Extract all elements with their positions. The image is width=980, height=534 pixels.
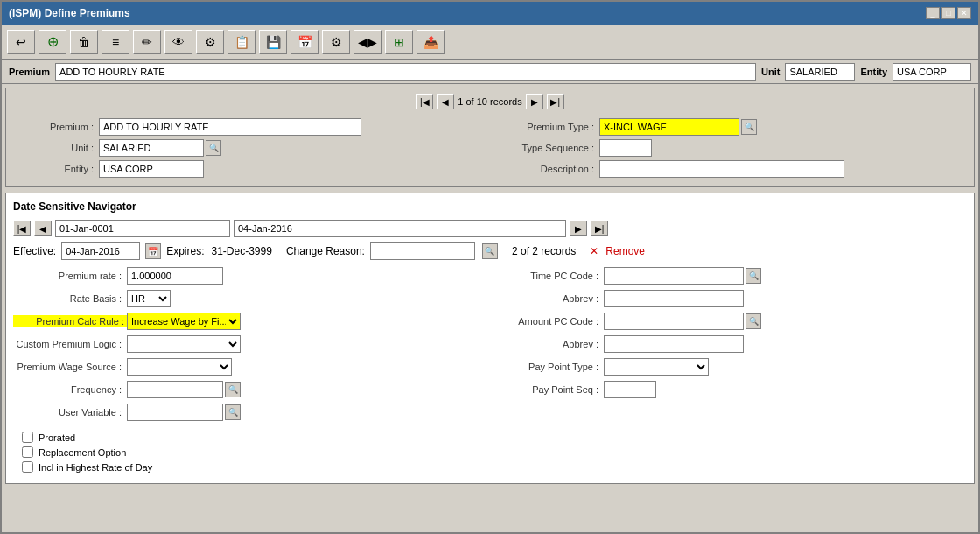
abbrev-time-row: Abbrev :: [508, 290, 967, 307]
back-button[interactable]: ↩: [7, 30, 35, 54]
clipboard-button[interactable]: 📋: [228, 30, 256, 54]
pay-point-seq-label: Pay Point Seq :: [508, 384, 604, 395]
window-title: (ISPM) Define Premiums: [9, 7, 130, 19]
last-record-button[interactable]: ▶|: [547, 94, 564, 109]
abbrev-amount-label: Abbrev :: [508, 339, 604, 349]
dns-first-button[interactable]: |◀: [13, 221, 31, 236]
incl-highest-checkbox[interactable]: [22, 461, 33, 473]
detail-right: Time PC Code : 🔍 Abbrev : Amount PC Code…: [490, 267, 967, 476]
amount-pc-code-search[interactable]: 🔍: [746, 313, 761, 329]
frequency-search-button[interactable]: 🔍: [225, 382, 241, 397]
premium-wage-source-label: Premium Wage Source :: [13, 362, 127, 372]
close-button[interactable]: ✕: [957, 7, 971, 19]
entity-field-input[interactable]: [99, 160, 204, 178]
premium-field-row: Premium :: [11, 118, 486, 136]
first-record-button[interactable]: |◀: [416, 94, 433, 109]
frequency-row: Frequency : 🔍: [13, 381, 472, 398]
expires-value: 31-Dec-3999: [212, 245, 272, 257]
dns-next-button[interactable]: ▶: [570, 221, 587, 236]
pay-point-seq-input[interactable]: [604, 381, 656, 398]
pay-point-type-select[interactable]: [604, 358, 709, 376]
dns-last-button[interactable]: ▶|: [591, 221, 608, 236]
edit-button[interactable]: ✏: [133, 30, 161, 54]
view-button[interactable]: 👁: [164, 30, 192, 54]
time-pc-code-input[interactable]: [604, 267, 744, 285]
amount-pc-code-row: Amount PC Code : 🔍: [508, 313, 967, 330]
effective-input[interactable]: [61, 242, 140, 260]
abbrev-amount-input[interactable]: [604, 335, 744, 353]
left-form: Premium : Unit : 🔍 Entity :: [11, 118, 486, 181]
prorated-checkbox[interactable]: [22, 432, 33, 443]
change-reason-search[interactable]: 🔍: [482, 243, 498, 259]
frequency-input[interactable]: [127, 381, 223, 398]
config-button[interactable]: ⚙: [322, 30, 350, 54]
user-variable-input[interactable]: [127, 404, 223, 421]
save-button[interactable]: 💾: [259, 30, 287, 54]
nav-button[interactable]: ◀▶: [354, 30, 382, 54]
custom-premium-logic-row: Custom Premium Logic :: [13, 335, 472, 353]
delete-button[interactable]: 🗑: [70, 30, 98, 54]
remove-button[interactable]: Remove: [606, 245, 645, 257]
dns-end-date[interactable]: [234, 220, 566, 237]
incl-highest-row: Incl in Highest Rate of Day: [13, 461, 472, 473]
entity-field-row: Entity :: [11, 160, 486, 178]
amount-pc-code-input[interactable]: [604, 313, 744, 330]
dns-start-date[interactable]: [55, 220, 230, 237]
replacement-option-row: Replacement Option: [13, 446, 472, 458]
description-label: Description :: [494, 164, 599, 174]
replacement-option-checkbox[interactable]: [22, 446, 33, 458]
pay-point-type-label: Pay Point Type :: [508, 362, 604, 372]
premium-bar: Premium Unit Entity: [2, 60, 978, 84]
export-button[interactable]: 📤: [416, 30, 444, 54]
calendar-button[interactable]: 📅: [290, 30, 318, 54]
type-sequence-input[interactable]: [599, 139, 652, 157]
dns-effective-row: Effective: 📅 Expires: 31-Dec-3999 Change…: [13, 242, 967, 260]
premium-rate-input[interactable]: [127, 267, 223, 285]
rate-basis-select[interactable]: HR DAY: [127, 290, 171, 307]
next-record-button[interactable]: ▶: [526, 94, 543, 109]
unit-search-button[interactable]: 🔍: [206, 140, 221, 156]
prev-record-button[interactable]: ◀: [437, 94, 454, 109]
unit-bar-input[interactable]: [785, 63, 855, 81]
list-button[interactable]: ≡: [102, 30, 130, 54]
detail-form: Premium rate : Rate Basis : HR DAY Premi…: [13, 267, 967, 476]
effective-label: Effective:: [13, 245, 56, 257]
prorated-label: Prorated: [38, 432, 75, 443]
premium-wage-source-select[interactable]: [127, 358, 232, 376]
x-remove-icon: ✕: [590, 245, 598, 257]
rate-basis-label: Rate Basis :: [13, 293, 127, 304]
record-count: 1 of 10 records: [458, 96, 522, 107]
entity-bar-label: Entity: [860, 67, 887, 77]
maximize-button[interactable]: □: [942, 7, 956, 19]
time-pc-code-label: Time PC Code :: [508, 271, 604, 281]
premium-calc-rule-select[interactable]: Increase Wage by Fi...: [127, 313, 241, 330]
settings-button[interactable]: ⚙: [196, 30, 224, 54]
add-button[interactable]: ⊕: [38, 30, 66, 54]
premium-calc-rule-label: Premium Calc Rule :: [13, 315, 127, 327]
change-reason-input[interactable]: [370, 242, 475, 260]
premium-bar-input[interactable]: [55, 63, 756, 81]
minimize-button[interactable]: _: [926, 7, 940, 19]
description-input[interactable]: [599, 160, 844, 178]
grid-button[interactable]: ⊞: [385, 30, 413, 54]
dns-prev-button[interactable]: ◀: [34, 221, 52, 236]
time-pc-code-search[interactable]: 🔍: [746, 268, 761, 284]
premium-type-search-button[interactable]: 🔍: [741, 119, 757, 135]
calendar-icon[interactable]: 📅: [145, 243, 161, 259]
entity-bar-input[interactable]: [892, 63, 971, 81]
premium-bar-label: Premium: [9, 67, 50, 77]
main-window: (ISPM) Define Premiums _ □ ✕ ↩ ⊕ 🗑 ≡ ✏ 👁…: [0, 0, 980, 534]
premium-type-input[interactable]: [599, 118, 739, 136]
records-count: 2 of 2 records: [512, 245, 576, 257]
title-controls: _ □ ✕: [926, 7, 971, 19]
user-variable-row: User Variable : 🔍: [13, 404, 472, 421]
top-form-panel: |◀ ◀ 1 of 10 records ▶ ▶| Premium : Unit…: [5, 88, 975, 187]
user-variable-search-button[interactable]: 🔍: [225, 404, 241, 420]
unit-field-input[interactable]: [99, 139, 204, 157]
abbrev-time-input[interactable]: [604, 290, 744, 307]
entity-field-label: Entity :: [11, 164, 99, 174]
premium-field-input[interactable]: [99, 118, 361, 136]
custom-premium-logic-select[interactable]: [127, 335, 241, 353]
record-nav: |◀ ◀ 1 of 10 records ▶ ▶|: [11, 94, 969, 109]
custom-premium-logic-label: Custom Premium Logic :: [13, 339, 127, 349]
